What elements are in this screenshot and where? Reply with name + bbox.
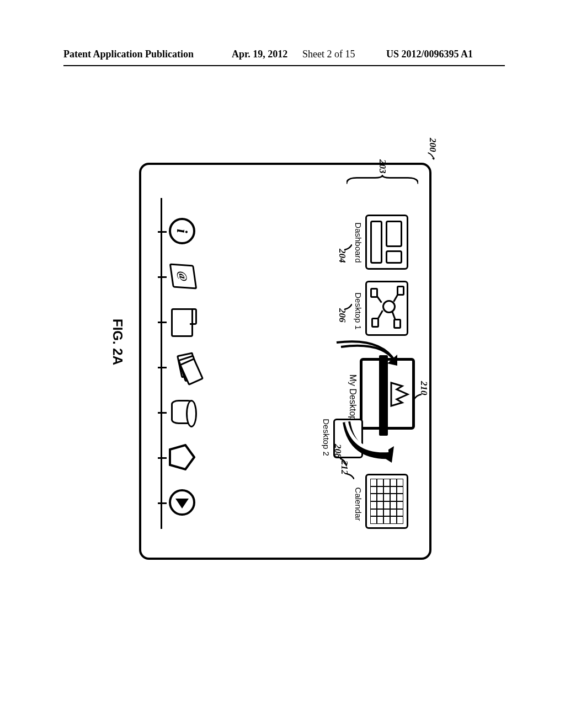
network-node-icon bbox=[371, 318, 379, 328]
sheet-number: Sheet 2 of 15 bbox=[302, 49, 355, 60]
thumbnail-dashboard[interactable] bbox=[365, 215, 408, 270]
network-globe-icon bbox=[382, 300, 396, 313]
figure-2a: 200 203 Dashboard 204 bbox=[134, 116, 431, 568]
dashboard-widget-icon bbox=[386, 221, 402, 247]
info-icon: i bbox=[169, 218, 195, 244]
ref-206: 206 bbox=[337, 308, 348, 323]
thumbnail-desktop2-label: Desktop 2 bbox=[322, 410, 331, 465]
swap-arrow-left-icon bbox=[331, 335, 397, 368]
calendar-grid-icon bbox=[370, 479, 403, 524]
figure-rotated-container: 200 203 Dashboard 204 bbox=[134, 116, 431, 568]
dock-play-icon[interactable] bbox=[166, 489, 195, 519]
dashboard-widget-icon bbox=[370, 221, 382, 264]
dashboard-widget-icon bbox=[386, 250, 402, 264]
thumbnail-desktop1-label: Desktop 1 bbox=[354, 281, 363, 341]
swap-arrow-right-icon bbox=[341, 419, 396, 463]
thumbnail-row: Dashboard 204 Desktop 1 206 bbox=[335, 187, 418, 540]
dock-baseline bbox=[161, 198, 162, 529]
document-number: US 2012/0096395 A1 bbox=[386, 49, 473, 60]
dock: i @ bbox=[151, 198, 199, 529]
folder-icon bbox=[171, 308, 193, 337]
publication-label: Patent Application Publication bbox=[63, 49, 194, 60]
bracket-203-icon bbox=[347, 175, 418, 187]
dock-folder-icon[interactable] bbox=[163, 308, 193, 338]
dock-at-icon[interactable]: @ bbox=[166, 264, 195, 294]
figure-label: FIG. 2A bbox=[110, 116, 125, 568]
at-icon: @ bbox=[169, 263, 198, 289]
thumbnail-dashboard-label: Dashboard bbox=[354, 212, 363, 273]
dock-stack-icon[interactable] bbox=[166, 354, 195, 383]
play-icon bbox=[169, 489, 195, 516]
screen-frame: 203 Dashboard 204 bbox=[139, 163, 431, 560]
ref-200-arrow-icon bbox=[426, 152, 436, 162]
stack-icon bbox=[172, 354, 195, 381]
ref-210: 210 bbox=[418, 381, 429, 395]
dock-info-icon[interactable]: i bbox=[166, 218, 195, 248]
pentagon-icon bbox=[169, 444, 195, 470]
thumbnail-calendar-label: Calendar bbox=[354, 474, 363, 534]
ref-204: 204 bbox=[337, 249, 348, 263]
thumbnail-desktop1[interactable] bbox=[365, 281, 408, 336]
dock-pentagon-icon[interactable] bbox=[166, 444, 195, 474]
ref-200: 200 bbox=[427, 138, 438, 152]
cylinder-icon bbox=[171, 400, 195, 424]
header-rule bbox=[63, 65, 505, 66]
svg-marker-0 bbox=[170, 445, 194, 469]
thumbnail-calendar[interactable] bbox=[365, 474, 408, 529]
sun-burst-icon bbox=[390, 382, 410, 407]
network-node-icon bbox=[393, 319, 401, 329]
ref-203: 203 bbox=[377, 159, 388, 174]
publication-date: Apr. 19, 2012 bbox=[232, 49, 287, 60]
dock-cylinder-icon[interactable] bbox=[166, 400, 195, 430]
